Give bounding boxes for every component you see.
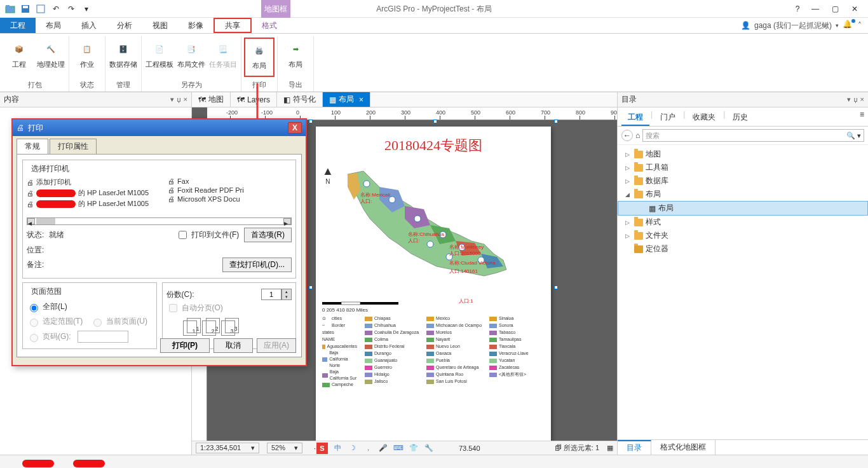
bottom-tab-catalog[interactable]: 目录 <box>618 440 651 455</box>
tree-databases[interactable]: ▷数据库 <box>618 174 868 188</box>
tree-layouts[interactable]: ◢布局 <box>618 188 868 201</box>
close-window-icon[interactable]: ✕ <box>851 4 858 13</box>
tab-format[interactable]: 格式 <box>252 18 287 33</box>
package-project-button[interactable]: 📦工程 <box>4 38 34 77</box>
tab-image[interactable]: 影像 <box>178 18 214 33</box>
qat-customize-icon[interactable]: ▾ <box>79 2 93 16</box>
printer-fax[interactable]: 🖨Fax <box>168 177 244 186</box>
tree-layout-item[interactable]: ▦布局 <box>618 201 868 216</box>
range-current-radio[interactable]: 当前页面(U) <box>90 316 147 327</box>
save-icon[interactable] <box>18 2 32 16</box>
tab-symbology-view[interactable]: ◧符号化 <box>277 92 323 107</box>
catalog-search-input[interactable]: 搜索🔍 ▾ <box>642 129 864 142</box>
collate-preview: 112233 <box>183 318 292 336</box>
dialog-tab-attrs[interactable]: 打印属性 <box>50 139 97 154</box>
ime-skin-icon[interactable]: 👕 <box>408 443 419 454</box>
find-printer-button[interactable]: 查找打印机(D)... <box>222 258 292 272</box>
notification-icon[interactable]: 🔔 <box>843 20 854 31</box>
tree-styles[interactable]: ▷样式 <box>618 216 868 229</box>
coord-readout: 73.540 <box>459 444 480 452</box>
job-button[interactable]: 📋作业 <box>72 38 102 77</box>
tree-locators[interactable]: 定位器 <box>618 242 868 256</box>
tab-layers-view[interactable]: 🗺Layers <box>231 92 277 107</box>
catalog-tab-favorites[interactable]: 收藏夹 <box>686 110 722 126</box>
document-tabs: 🗺地图 🗺Layers ◧符号化 ▦布局× <box>192 92 617 107</box>
geoprocessing-button[interactable]: 🔨地理处理 <box>36 38 66 77</box>
home-icon[interactable]: ⌂ <box>635 131 640 140</box>
catalog-menu-button[interactable]: ≡ <box>860 110 864 126</box>
catalog-pin-icon[interactable]: џ <box>853 95 857 104</box>
tab-share[interactable]: 共享 <box>214 18 252 33</box>
printer-xps[interactable]: 🖨Microsoft XPS Docu <box>168 195 244 203</box>
view-mode-icon[interactable]: ▦ <box>607 444 613 452</box>
ime-mic-icon[interactable]: 🎤 <box>377 443 389 454</box>
ime-punct-icon[interactable]: ， <box>362 443 374 454</box>
user-info[interactable]: 👤 gaga (我们一起抓泥鳅) ▾ 🔔 ˄ <box>735 18 868 33</box>
tab-insert[interactable]: 插入 <box>71 18 107 33</box>
catalog-tab-history[interactable]: 历史 <box>726 110 754 126</box>
datastore-button[interactable]: 🗄️数据存储 <box>108 38 139 77</box>
maximize-icon[interactable]: ▢ <box>832 4 839 13</box>
zoom-selector[interactable]: 52%▾ <box>267 443 302 453</box>
print-button[interactable]: 打印(P) <box>160 338 210 353</box>
sogou-icon[interactable]: S <box>316 443 328 454</box>
minimize-icon[interactable]: — <box>811 4 819 13</box>
pages-input[interactable] <box>78 331 128 343</box>
ime-keyboard-icon[interactable]: ⌨ <box>393 443 404 454</box>
tab-analysis[interactable]: 分析 <box>107 18 142 33</box>
tree-maps[interactable]: ▷地图 <box>618 148 868 161</box>
range-all-radio[interactable]: 全部(L) <box>27 301 153 312</box>
project-template-button[interactable]: 📄工程模板 <box>144 38 175 77</box>
printer-list[interactable]: 🖨添加打印机 🖨xxxx的 HP LaserJet M1005 🖨xxxx的 H… <box>27 177 292 216</box>
panel-menu-icon[interactable]: ▾ <box>170 95 174 104</box>
layout-file-button[interactable]: 📑布局文件 <box>176 38 207 77</box>
copies-input[interactable] <box>261 289 281 300</box>
back-icon[interactable]: ← <box>621 130 633 141</box>
cut-icon[interactable] <box>34 2 48 16</box>
print-to-file-checkbox[interactable]: 打印到文件(F) <box>176 229 239 241</box>
range-selection-radio[interactable]: 选定范围(T) <box>27 316 83 327</box>
tab-layout[interactable]: 布局 <box>36 18 71 33</box>
tree-folders[interactable]: ▷文件夹 <box>618 229 868 242</box>
copies-up-icon[interactable]: ▴ <box>282 289 291 294</box>
ime-lang-icon[interactable]: 中 <box>332 443 343 454</box>
preferences-button[interactable]: 首选项(R) <box>244 228 292 242</box>
add-printer-item[interactable]: 🖨添加打印机 <box>27 177 149 188</box>
tab-project[interactable]: 工程 <box>0 18 36 33</box>
tab-layout-view[interactable]: ▦布局× <box>323 92 370 107</box>
panel-pin-icon[interactable]: џ <box>177 95 180 104</box>
dialog-tab-general[interactable]: 常规 <box>17 139 48 154</box>
layout-page[interactable]: 20180424专题图 ▲N <box>316 127 551 441</box>
ime-tool-icon[interactable]: 🔧 <box>423 443 435 454</box>
collapse-ribbon-icon[interactable]: ˄ <box>858 21 862 30</box>
cancel-button[interactable]: 取消 <box>214 338 253 353</box>
bottom-tab-format-frame[interactable]: 格式化地图框 <box>651 440 715 455</box>
print-layout-button[interactable]: 🖨️布局 <box>244 38 275 77</box>
copies-down-icon[interactable]: ▾ <box>282 294 291 299</box>
open-project-icon[interactable] <box>3 2 17 16</box>
printer-scrollbar[interactable]: ◂▸ <box>27 217 292 225</box>
context-tab-mapframe[interactable]: 地图框 <box>261 0 290 18</box>
print-dialog-titlebar[interactable]: 🖨 打印 X <box>13 120 306 136</box>
undo-icon[interactable]: ↶ <box>49 2 63 16</box>
catalog-tab-portal[interactable]: 门户 <box>654 110 682 126</box>
export-layout-button[interactable]: ➡布局 <box>280 38 311 77</box>
tab-view[interactable]: 视图 <box>142 18 178 33</box>
ime-moon-icon[interactable]: ☽ <box>347 443 358 454</box>
catalog-close-icon[interactable]: × <box>860 95 864 104</box>
range-pages-radio[interactable]: 页码(G): <box>27 331 153 343</box>
tab-map-view[interactable]: 🗺地图 <box>192 92 231 107</box>
dialog-close-icon[interactable]: X <box>288 122 302 134</box>
panel-close-icon[interactable]: × <box>184 95 187 104</box>
printer-hp2[interactable]: 🖨xxxx的 HP LaserJet M1005 <box>27 198 149 209</box>
catalog-tree: ▷地图 ▷工具箱 ▷数据库 ◢布局 ▦布局 ▷样式 ▷文件夹 定位器 <box>618 145 868 258</box>
printer-hp1[interactable]: 🖨xxxx的 HP LaserJet M1005 <box>27 188 149 198</box>
printer-foxit[interactable]: 🖨Foxit Reader PDF Pri <box>168 186 244 195</box>
catalog-tab-project[interactable]: 工程 <box>621 110 649 126</box>
redo-icon[interactable]: ↷ <box>64 2 78 16</box>
close-tab-icon[interactable]: × <box>359 95 363 104</box>
scale-selector[interactable]: 1:23,354,501▾ <box>196 443 259 453</box>
catalog-menu-icon[interactable]: ▾ <box>847 95 851 104</box>
help-icon[interactable]: ? <box>791 4 804 13</box>
tree-toolbox[interactable]: ▷工具箱 <box>618 161 868 174</box>
